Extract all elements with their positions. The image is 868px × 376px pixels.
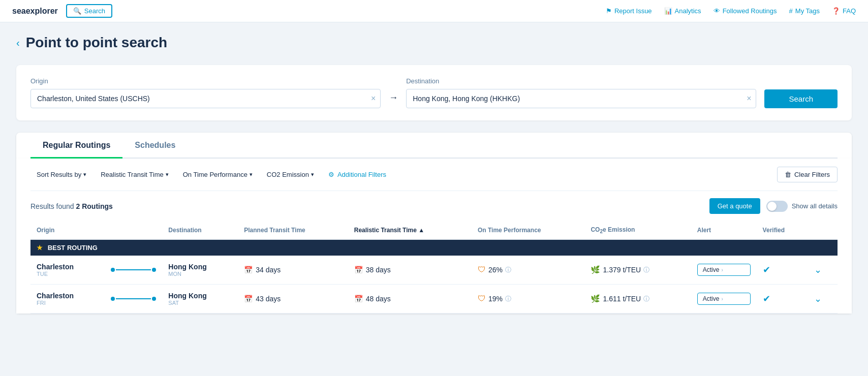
tab-regular-routings[interactable]: Regular Routings bbox=[30, 133, 122, 159]
active-chevron-icon: › bbox=[721, 267, 723, 273]
followed-routings-link[interactable]: 👁 Followed Routings bbox=[714, 7, 777, 15]
eye-icon: 👁 bbox=[714, 7, 720, 15]
destination-input[interactable] bbox=[406, 89, 756, 108]
navbar-right: ⚑ Report Issue 📊 Analytics 👁 Followed Ro… bbox=[606, 7, 856, 15]
expand-button[interactable]: ⌄ bbox=[814, 294, 822, 304]
chart-icon: 📊 bbox=[664, 7, 672, 15]
row2-on-time: 🛡 19% ⓘ bbox=[472, 285, 584, 314]
main-content: ‹ Point to point search Origin × → Desti… bbox=[0, 22, 868, 326]
col-verified: Verified bbox=[757, 221, 808, 240]
toggle-knob bbox=[767, 202, 777, 211]
navbar: seaexplorer 🔍 Search ⚑ Report Issue 📊 An… bbox=[0, 0, 868, 22]
search-section: Origin × → Destination × Search bbox=[16, 65, 852, 120]
show-details-toggle-wrapper: Show all details bbox=[766, 201, 838, 212]
page-title: Point to point search bbox=[26, 35, 167, 51]
destination-clear-icon[interactable]: × bbox=[747, 94, 751, 103]
co2-filter-button[interactable]: CO2 Emission ▾ bbox=[261, 167, 320, 182]
faq-link[interactable]: ❓ FAQ bbox=[832, 7, 856, 15]
on-time-pct: 19% bbox=[488, 295, 503, 303]
co2-cell: 🌿 1.611 t/TEU ⓘ bbox=[591, 294, 685, 303]
results-header-row: Results found 2 Routings Get a quote Sho… bbox=[30, 191, 838, 221]
col-realistic: Realistic Transit Time ▲ bbox=[348, 221, 472, 240]
route-end-dot bbox=[152, 297, 156, 301]
destination-field: Destination × bbox=[406, 77, 756, 108]
planned-days-cell: 📅 34 days bbox=[244, 266, 342, 274]
active-badge[interactable]: Active › bbox=[697, 264, 751, 276]
search-nav-button[interactable]: 🔍 Search bbox=[66, 4, 112, 18]
origin-info: Charleston FRI bbox=[37, 292, 99, 306]
col-expand bbox=[808, 221, 838, 240]
back-button[interactable]: ‹ bbox=[16, 37, 20, 49]
report-issue-link[interactable]: ⚑ Report Issue bbox=[606, 7, 652, 15]
dest-port-day: MON bbox=[168, 271, 232, 277]
info-icon[interactable]: ⓘ bbox=[505, 295, 511, 303]
origin-input[interactable] bbox=[30, 89, 381, 108]
transit-time-filter-button[interactable]: Realistic Transit Time ▾ bbox=[95, 167, 175, 182]
filters-bar: Sort Results by ▾ Realistic Transit Time… bbox=[30, 159, 838, 191]
row2-route-line bbox=[105, 285, 163, 314]
row2-planned: 📅 43 days bbox=[238, 285, 348, 314]
row2-destination: Hong Kong SAT bbox=[162, 285, 238, 314]
origin-port-day: FRI bbox=[37, 300, 99, 306]
origin-clear-icon[interactable]: × bbox=[371, 94, 376, 103]
tabs: Regular Routings Schedules bbox=[30, 133, 838, 159]
info-icon[interactable]: ⓘ bbox=[505, 266, 511, 274]
row1-planned: 📅 34 days bbox=[238, 256, 348, 285]
transit-chevron-icon: ▾ bbox=[166, 171, 169, 178]
calendar-icon: 📅 bbox=[244, 295, 253, 303]
star-icon: ★ bbox=[37, 244, 43, 252]
on-time-cell: 🛡 26% ⓘ bbox=[478, 265, 578, 274]
row1-on-time: 🛡 26% ⓘ bbox=[472, 256, 584, 285]
table-body: ★ BEST ROUTING Charleston TUE bbox=[30, 240, 838, 314]
search-nav-icon: 🔍 bbox=[73, 7, 81, 15]
calendar-icon: 📅 bbox=[354, 266, 363, 274]
best-routing-banner: ★ BEST ROUTING bbox=[30, 240, 838, 256]
active-badge[interactable]: Active › bbox=[697, 293, 751, 305]
route-start-dot bbox=[111, 268, 115, 272]
results-panel: Regular Routings Schedules Sort Results … bbox=[16, 133, 852, 314]
on-time-chevron-icon: ▾ bbox=[250, 171, 253, 178]
co2-chevron-icon: ▾ bbox=[311, 171, 314, 178]
clear-filters-button[interactable]: 🗑 Clear Filters bbox=[777, 167, 838, 182]
row1-realistic: 📅 38 days bbox=[348, 256, 472, 285]
dest-port-name: Hong Kong bbox=[168, 263, 232, 271]
tab-schedules[interactable]: Schedules bbox=[122, 133, 188, 159]
expand-button[interactable]: ⌄ bbox=[814, 265, 822, 275]
sort-filter-button[interactable]: Sort Results by ▾ bbox=[30, 167, 92, 182]
row2-verified: ✔ bbox=[757, 285, 808, 314]
analytics-link[interactable]: 📊 Analytics bbox=[664, 7, 701, 15]
show-details-label: Show all details bbox=[792, 202, 838, 210]
navbar-left: seaexplorer 🔍 Search bbox=[12, 4, 112, 18]
origin-field: Origin × bbox=[30, 77, 381, 108]
route-bar bbox=[116, 269, 151, 270]
row1-destination: Hong Kong MON bbox=[162, 256, 238, 285]
additional-filters-button[interactable]: ⚙ Additional Filters bbox=[322, 167, 392, 182]
route-line bbox=[111, 297, 157, 301]
tabs-section: Regular Routings Schedules bbox=[16, 133, 852, 159]
on-time-filter-button[interactable]: On Time Performance ▾ bbox=[177, 167, 259, 182]
brand-logo: seaexplorer bbox=[12, 7, 58, 16]
dest-port-day: SAT bbox=[168, 300, 232, 306]
hash-icon: # bbox=[789, 7, 793, 15]
route-line bbox=[111, 268, 157, 272]
table-header-row: Origin Destination Planned Transit Time … bbox=[30, 221, 838, 240]
search-button[interactable]: Search bbox=[764, 89, 838, 108]
calendar-icon: 📅 bbox=[244, 266, 253, 274]
routing-table: Origin Destination Planned Transit Time … bbox=[30, 221, 838, 314]
my-tags-link[interactable]: # My Tags bbox=[789, 7, 820, 15]
row2-alert: Active › bbox=[691, 285, 757, 314]
show-details-toggle[interactable] bbox=[766, 201, 788, 212]
flag-icon: ⚑ bbox=[606, 7, 612, 15]
results-count-number: 2 Routings bbox=[76, 202, 113, 210]
origin-input-wrapper: × bbox=[30, 89, 381, 108]
co2-info-icon[interactable]: ⓘ bbox=[643, 266, 649, 274]
results-actions: Get a quote Show all details bbox=[709, 198, 838, 214]
on-time-pct: 26% bbox=[488, 266, 503, 274]
table-head: Origin Destination Planned Transit Time … bbox=[30, 221, 838, 240]
co2-info-icon[interactable]: ⓘ bbox=[643, 295, 649, 303]
results-count: Results found 2 Routings bbox=[30, 202, 113, 210]
get-quote-button[interactable]: Get a quote bbox=[709, 198, 760, 214]
origin-info: Charleston TUE bbox=[37, 263, 99, 277]
row1-alert: Active › bbox=[691, 256, 757, 285]
col-origin: Origin bbox=[30, 221, 105, 240]
